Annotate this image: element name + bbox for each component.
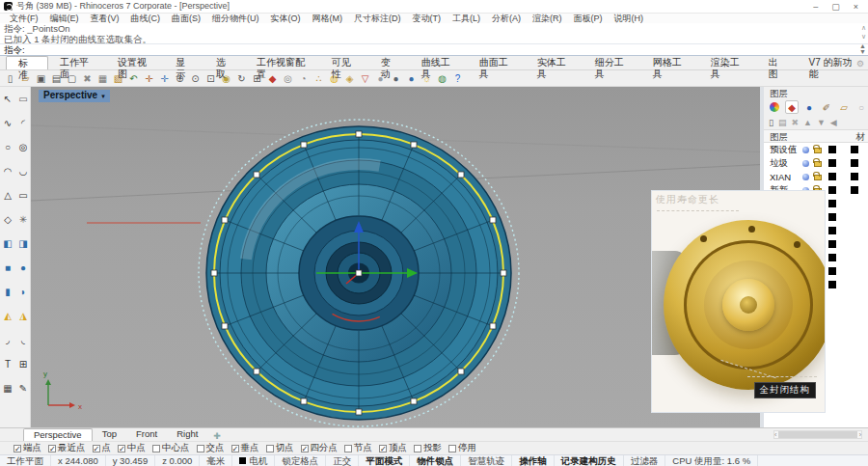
toolbar-tab[interactable]: 标准 bbox=[6, 56, 48, 69]
osnap-toggle[interactable]: 最近点 bbox=[48, 442, 86, 454]
layer-lock-icon[interactable] bbox=[814, 148, 822, 153]
osnap-checkbox[interactable] bbox=[301, 445, 309, 452]
status-cell[interactable]: 电机 bbox=[232, 455, 275, 466]
minimize-icon[interactable]: – bbox=[813, 2, 818, 12]
collapse-icon[interactable]: ◀ bbox=[830, 118, 837, 127]
copy-layer-icon[interactable]: ▤ bbox=[778, 118, 787, 127]
notes-tab-icon[interactable]: ▱ bbox=[837, 100, 851, 114]
osnap-checkbox[interactable] bbox=[118, 445, 125, 452]
arc-3pt-icon[interactable]: ◡ bbox=[15, 159, 31, 183]
torus-icon[interactable]: ◗ bbox=[15, 280, 31, 304]
layer-visibility-bulb-icon[interactable] bbox=[802, 174, 809, 180]
shaded-mode-icon[interactable]: ◆ bbox=[265, 71, 280, 86]
horizontal-scrollbar[interactable]: ‹ › bbox=[773, 430, 862, 439]
copy-icon[interactable]: ▦ bbox=[95, 71, 110, 86]
close-icon[interactable]: × bbox=[854, 2, 858, 12]
move-down-icon[interactable]: ▼ bbox=[817, 118, 826, 127]
toolbar-tab[interactable]: 显示 bbox=[164, 56, 204, 69]
new-file-icon[interactable]: ▯ bbox=[3, 71, 17, 86]
layer-color-swatch[interactable] bbox=[828, 173, 836, 180]
scroll-left-icon[interactable]: ‹ bbox=[774, 431, 776, 438]
shaded-sphere-icon[interactable]: ● bbox=[389, 71, 403, 86]
layer-name[interactable]: XIAN bbox=[770, 172, 799, 182]
layer-material-swatch[interactable] bbox=[851, 281, 858, 288]
more-tab-icon[interactable]: ○ bbox=[854, 100, 868, 114]
status-cell[interactable]: x 244.080 bbox=[51, 455, 106, 466]
help-icon[interactable]: ? bbox=[450, 71, 465, 86]
status-cell[interactable]: 锁定格点 bbox=[275, 455, 326, 466]
osnap-toggle[interactable]: 点 bbox=[93, 442, 112, 454]
add-viewport-icon[interactable]: ✚ bbox=[207, 431, 227, 441]
layer-color-swatch[interactable] bbox=[828, 281, 836, 288]
status-cell[interactable]: CPU 使用量: 1.6 % bbox=[665, 455, 758, 466]
chamfer-icon[interactable]: ◟ bbox=[15, 328, 31, 352]
layer-row[interactable]: 垃圾 bbox=[764, 156, 868, 170]
osnap-toggle[interactable]: 节点 bbox=[344, 442, 372, 454]
rectangle-icon[interactable]: ▭ bbox=[15, 183, 31, 207]
delete-icon[interactable]: ✖ bbox=[80, 71, 95, 86]
earth-icon[interactable]: ◍ bbox=[435, 71, 449, 86]
zoom-extents-icon[interactable]: ⊙ bbox=[188, 71, 203, 86]
osnap-checkbox[interactable] bbox=[344, 445, 352, 452]
viewport-tab[interactable]: Top bbox=[93, 428, 126, 441]
status-cell[interactable]: 过滤器 bbox=[624, 455, 666, 466]
layer-visibility-bulb-icon[interactable] bbox=[802, 147, 809, 153]
selection-rect-icon[interactable]: ▭ bbox=[15, 87, 31, 111]
surface-plane-icon[interactable]: ◧ bbox=[0, 232, 15, 256]
text-icon[interactable]: T bbox=[0, 352, 15, 376]
layer-color-swatch[interactable] bbox=[828, 254, 836, 261]
new-layer-icon[interactable]: ▯ bbox=[769, 118, 773, 127]
toolbar-tab[interactable]: 设置视图 bbox=[106, 56, 164, 69]
osnap-toggle[interactable]: 中点 bbox=[118, 442, 146, 454]
rotate-view-icon[interactable]: ↻ bbox=[234, 71, 249, 86]
maximize-icon[interactable]: ▢ bbox=[831, 2, 840, 12]
osnap-toggle[interactable]: 中心点 bbox=[152, 442, 190, 454]
display-tab-icon[interactable]: ● bbox=[802, 100, 816, 114]
osnap-checkbox[interactable] bbox=[197, 445, 204, 452]
toolbar-tab[interactable]: 网格工具 bbox=[641, 56, 699, 69]
toolbar-tab[interactable]: 出图 bbox=[757, 56, 798, 69]
command-prompt[interactable]: 指令: bbox=[0, 44, 868, 55]
fillet-icon[interactable]: ◞ bbox=[0, 328, 15, 352]
layer-material-swatch[interactable] bbox=[851, 213, 858, 221]
toolbar-tab[interactable]: 工作视窗配置 bbox=[245, 56, 320, 69]
pointer-icon[interactable]: ↖ bbox=[0, 87, 15, 111]
osnap-checkbox[interactable] bbox=[231, 445, 239, 452]
boolean-difference-icon[interactable]: ◮ bbox=[15, 304, 31, 328]
layer-color-swatch[interactable] bbox=[828, 240, 836, 248]
layer-name[interactable]: 预设值 bbox=[770, 144, 799, 156]
array-icon[interactable]: ⊞ bbox=[15, 352, 31, 376]
osnap-toggle[interactable]: 交点 bbox=[197, 442, 225, 454]
layer-row[interactable]: 预设值 bbox=[764, 143, 868, 156]
pan-icon[interactable]: ✛ bbox=[142, 71, 156, 86]
undo-icon[interactable]: ↶ bbox=[126, 71, 141, 86]
osnap-toggle[interactable]: 停用 bbox=[448, 442, 476, 454]
toolbar-tab[interactable]: 渲染工具 bbox=[699, 56, 757, 69]
lock-objects-icon[interactable]: ◈ bbox=[342, 71, 357, 86]
properties-tab-icon[interactable] bbox=[768, 100, 781, 114]
status-cell[interactable]: 物件锁点 bbox=[410, 455, 461, 466]
osnap-checkbox[interactable] bbox=[14, 445, 21, 452]
toolbar-tab[interactable]: 曲线工具 bbox=[410, 56, 468, 69]
layer-material-swatch[interactable] bbox=[851, 186, 858, 194]
viewport-title[interactable]: Perspective▾ bbox=[39, 90, 110, 102]
deformable-circle-icon[interactable]: ◎ bbox=[15, 135, 31, 159]
scroll-right-icon[interactable]: › bbox=[859, 431, 861, 438]
status-cell[interactable]: 平面模式 bbox=[359, 455, 410, 466]
layers-tab-icon[interactable]: ◆ bbox=[785, 100, 799, 114]
box-icon[interactable]: ■ bbox=[0, 256, 15, 280]
layer-material-swatch[interactable] bbox=[851, 240, 858, 248]
osnap-toggle[interactable]: 投影 bbox=[414, 442, 442, 454]
viewport-menu-caret-icon[interactable]: ▾ bbox=[101, 93, 105, 99]
eyedropper-tab-icon[interactable]: ✐ bbox=[820, 100, 833, 114]
osnap-toggle[interactable]: 四分点 bbox=[301, 442, 339, 454]
osnap-toggle[interactable]: 顶点 bbox=[379, 442, 407, 454]
toolbar-tab[interactable]: 选取 bbox=[204, 56, 245, 69]
arc-icon[interactable]: ◠ bbox=[0, 159, 15, 183]
ellipse-icon[interactable]: ◇ bbox=[0, 207, 15, 232]
status-cell[interactable]: 正交 bbox=[326, 455, 359, 466]
toolbar-tab[interactable]: 实体工具 bbox=[526, 56, 583, 69]
osnap-checkbox[interactable] bbox=[48, 445, 56, 452]
osnap-toggle[interactable]: 切点 bbox=[266, 442, 294, 454]
control-point-curve-icon[interactable]: ◜ bbox=[15, 111, 31, 135]
